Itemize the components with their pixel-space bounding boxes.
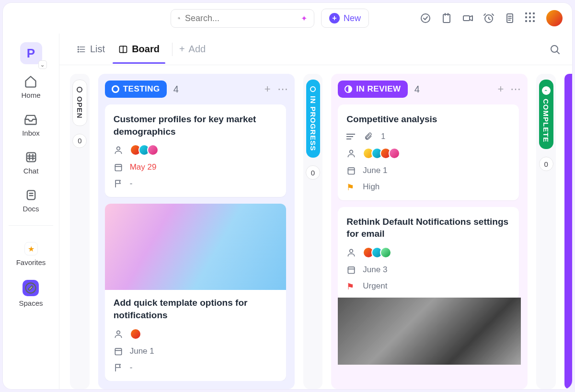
assignee-icon xyxy=(114,329,123,339)
column-complete-collapsed[interactable]: ‹ COMPLETE 0 xyxy=(536,74,556,389)
add-view-button[interactable]: + Add xyxy=(179,44,206,55)
hashtag-icon xyxy=(24,150,38,164)
status-progress-icon xyxy=(345,85,352,93)
svg-line-11 xyxy=(484,14,485,15)
star-icon: ★ xyxy=(24,242,38,255)
status-name: IN REVIEW xyxy=(356,84,401,94)
column-in-review: IN REVIEW 4 + ⋯ Competitive analysis xyxy=(331,74,528,389)
calendar-icon xyxy=(114,162,123,172)
svg-point-37 xyxy=(116,147,120,150)
more-icon[interactable]: ⋯ xyxy=(277,83,288,95)
attachment-icon xyxy=(364,132,372,141)
chevron-left-icon: ‹ xyxy=(542,86,551,95)
svg-point-40 xyxy=(116,331,120,334)
column-in-progress-collapsed[interactable]: IN PROGRESS 0 xyxy=(303,74,323,389)
task-card[interactable]: Rethink Default Notifications settings f… xyxy=(338,207,519,300)
nav-docs[interactable]: Docs xyxy=(23,182,39,216)
flag-icon xyxy=(114,179,123,188)
status-pill-in-review[interactable]: IN REVIEW xyxy=(338,81,407,98)
assignee-avatars[interactable] xyxy=(363,247,391,258)
description-icon xyxy=(346,134,355,139)
docs-icon xyxy=(24,188,38,202)
search-icon xyxy=(178,13,180,23)
priority-value: High xyxy=(363,182,380,192)
global-search[interactable]: ✦ xyxy=(171,9,314,28)
svg-rect-38 xyxy=(115,164,121,171)
nav-home[interactable]: Home xyxy=(21,68,40,102)
board-icon xyxy=(118,45,128,54)
list-icon xyxy=(77,45,86,54)
assignee-avatars[interactable] xyxy=(130,328,141,340)
tab-board[interactable]: Board xyxy=(113,35,165,63)
task-card[interactable]: Competitive analysis 1 xyxy=(338,104,519,200)
add-task-icon[interactable]: + xyxy=(497,83,504,95)
search-icon[interactable] xyxy=(549,44,561,55)
user-avatar[interactable] xyxy=(546,10,563,26)
status-pill-in-progress: IN PROGRESS xyxy=(306,80,320,158)
nav-label: Inbox xyxy=(22,129,40,137)
apps-grid-icon[interactable] xyxy=(525,12,537,24)
svg-point-2 xyxy=(421,14,430,23)
new-button[interactable]: + New xyxy=(321,9,369,28)
notepad-icon[interactable] xyxy=(441,12,452,24)
nav-favorites[interactable]: ★ Favorites xyxy=(16,235,46,269)
svg-line-1 xyxy=(179,19,180,19)
priority-value: Urgent xyxy=(363,281,387,291)
tab-list[interactable]: List xyxy=(71,35,111,63)
nav-label: Home xyxy=(21,91,40,99)
calendar-icon xyxy=(114,346,123,356)
assignee-icon xyxy=(114,145,123,155)
svg-point-32 xyxy=(78,51,79,52)
ai-sparkle-icon[interactable]: ✦ xyxy=(301,14,307,23)
status-name: TESTING xyxy=(123,84,160,94)
status-pill-testing[interactable]: TESTING xyxy=(105,81,167,98)
nav-chat[interactable]: Chat xyxy=(23,144,39,178)
card-cover-image xyxy=(338,298,521,365)
add-task-icon[interactable]: + xyxy=(264,83,271,95)
nav-label: Chat xyxy=(23,167,39,175)
search-input[interactable] xyxy=(185,13,296,23)
sidebar-divider xyxy=(9,225,54,226)
task-card[interactable]: Customer profiles for key market demogra… xyxy=(105,104,286,197)
new-button-label: New xyxy=(344,13,361,23)
due-date: June 1 xyxy=(130,346,154,356)
assignee-avatars[interactable] xyxy=(363,148,400,159)
column-open-collapsed[interactable]: OPEN 0 xyxy=(70,74,90,389)
status-name: OPEN xyxy=(76,96,84,119)
card-cover-image xyxy=(105,204,286,290)
svg-line-36 xyxy=(557,51,559,53)
status-name: COMPLETE xyxy=(542,99,550,142)
workspace-switcher[interactable]: P ⌄ xyxy=(20,42,42,64)
assignee-icon xyxy=(346,248,356,257)
nav-spaces[interactable]: Spaces xyxy=(19,273,43,310)
svg-point-46 xyxy=(350,249,353,253)
nav-inbox[interactable]: Inbox xyxy=(22,106,40,140)
column-count: 0 xyxy=(72,134,87,148)
workspace-letter: P xyxy=(27,46,35,61)
nav-label: Docs xyxy=(23,205,39,213)
svg-point-35 xyxy=(551,46,558,52)
reminder-alarm-icon[interactable] xyxy=(483,12,494,24)
more-icon[interactable]: ⋯ xyxy=(510,83,521,95)
task-check-icon[interactable] xyxy=(420,12,431,24)
svg-rect-47 xyxy=(348,267,355,273)
task-card[interactable]: Add quick template options for notificat… xyxy=(105,204,286,380)
svg-marker-7 xyxy=(470,16,472,21)
svg-marker-26 xyxy=(29,286,33,290)
next-column-peek[interactable] xyxy=(564,74,572,389)
card-title: Add quick template options for notificat… xyxy=(114,297,277,321)
attachment-count: 1 xyxy=(381,132,385,141)
svg-rect-6 xyxy=(463,16,470,21)
compass-icon xyxy=(23,280,39,296)
video-icon[interactable] xyxy=(462,12,473,24)
column-count: 4 xyxy=(414,84,420,95)
card-title: Rethink Default Notifications settings f… xyxy=(346,216,510,240)
svg-line-10 xyxy=(489,19,490,20)
svg-point-0 xyxy=(178,17,180,19)
svg-point-31 xyxy=(78,49,79,50)
doc-icon[interactable] xyxy=(504,12,516,24)
task-card[interactable] xyxy=(338,306,519,365)
plus-circle-icon: + xyxy=(329,13,340,23)
due-date: June 3 xyxy=(363,265,387,275)
assignee-avatars[interactable] xyxy=(130,144,159,156)
